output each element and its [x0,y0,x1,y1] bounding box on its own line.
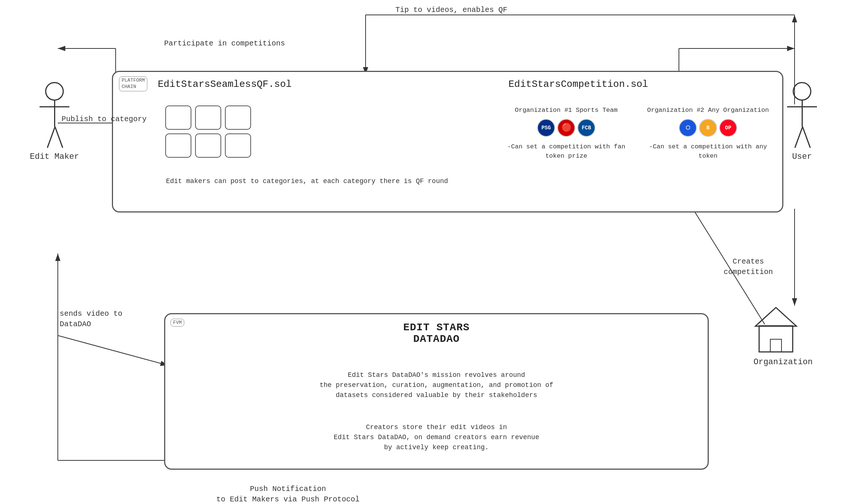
org1-tokens: PSG 🔴 FCB [505,119,628,137]
user-label: User [792,152,812,161]
datadao-box: FVM EDIT STARS DATADAO Edit Stars DataDA… [164,313,709,470]
seamless-desc: Edit makers can post to categories, at e… [150,176,464,186]
org2-desc: -Can set a competition with any token [646,142,770,161]
publish-label: Publish to category [62,115,147,123]
datadao-desc2: Creators store their edit videos in Edit… [165,422,708,453]
thumb-6 [225,133,251,158]
token-op: OP [719,119,737,137]
org2-section: Organization #2 Any Organization ⬡ B OP … [646,105,770,161]
thumb-grid [162,102,255,161]
token-red: 🔴 [557,119,575,137]
competition-title: EditStarsCompetition.sol [508,79,648,90]
platform-box: PLATFORMCHAIN EditStarsSeamlessQF.sol Ed… [112,71,783,212]
user-legs [787,127,817,149]
building-svg [754,306,798,354]
participate-label: Participate in competitions [164,39,285,48]
datadao-title: EDIT STARS DATADAO [165,322,708,345]
org2-tokens: ⬡ B OP [646,119,770,137]
sends-video-label: sends video to DataDAO [60,298,122,330]
organization-figure: Organization [754,306,812,367]
org1-label: Organization #1 Sports Team [505,105,628,115]
push-notification-label: Push Notification to Edit Makers via Pus… [216,473,360,504]
svg-rect-19 [770,339,781,352]
token-barca: FCB [577,119,595,137]
seamless-title: EditStarsSeamlessQF.sol [158,79,292,90]
user-figure: User [787,82,817,161]
org1-desc: -Can set a competition with fan token pr… [505,142,628,161]
token-yellow: B [699,119,717,137]
platform-chain-tag: PLATFORMCHAIN [119,76,147,91]
edit-maker-body [54,101,55,127]
thumb-5 [195,133,221,158]
edit-maker-label: Edit Maker [30,152,79,161]
user-arms [787,106,817,107]
thumb-3 [225,105,251,130]
org2-label: Organization #2 Any Organization [646,105,770,115]
datadao-desc1: Edit Stars DataDAO's mission revolves ar… [165,370,708,400]
token-psg: PSG [537,119,555,137]
org1-section: Organization #1 Sports Team PSG 🔴 FCB -C… [505,105,628,161]
user-body [802,101,803,127]
thumb-2 [195,105,221,130]
creates-competition-label: Creates competition [724,246,773,277]
edit-maker-head [45,82,64,101]
organization-label: Organization [754,357,812,367]
thumb-1 [165,105,191,130]
thumb-4 [165,133,191,158]
tip-to-videos-label: Tip to videos, enables QF [395,6,507,14]
svg-marker-17 [755,308,796,326]
edit-maker-legs [40,127,69,149]
token-blue: ⬡ [679,119,697,137]
svg-line-11 [58,336,168,365]
user-head [793,82,811,101]
diagram-container: Edit Maker User Organization PLATFORMCHA… [0,0,852,504]
edit-maker-arms [40,106,69,107]
